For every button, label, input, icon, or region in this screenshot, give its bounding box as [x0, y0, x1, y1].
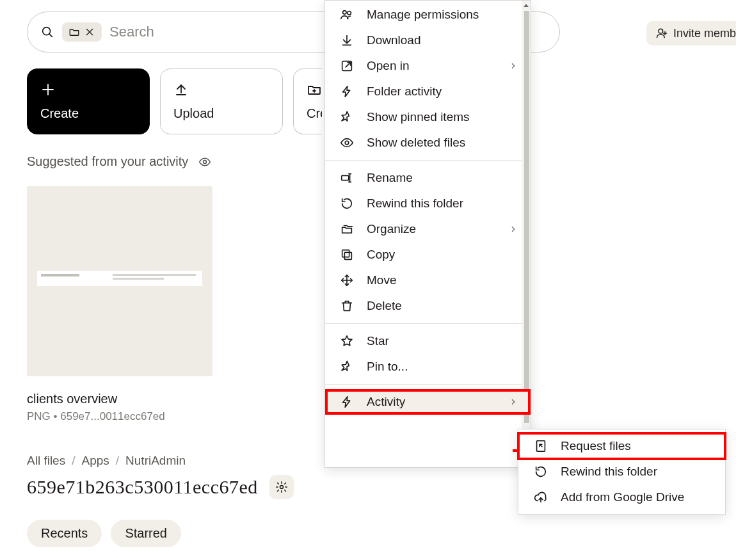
pin-icon — [340, 110, 354, 124]
file-thumbnail — [27, 186, 212, 376]
svg-point-4 — [659, 29, 663, 33]
open-external-icon — [340, 59, 354, 73]
create-label: Create — [40, 106, 149, 121]
star-icon — [340, 334, 354, 348]
eye-icon — [340, 136, 354, 150]
menu-rename[interactable]: Rename — [325, 165, 531, 191]
folder-settings-button[interactable] — [269, 475, 294, 499]
invite-members-button[interactable]: Invite members — [646, 21, 736, 45]
chevron-right-icon — [509, 225, 518, 234]
create-folder-button[interactable]: Create folder — [293, 68, 322, 134]
svg-point-13 — [280, 486, 283, 489]
file-meta: PNG • 659e7...0011ecc67ed — [27, 410, 220, 423]
breadcrumb-item[interactable]: NutriAdmin — [125, 454, 186, 468]
suggested-heading: Suggested from your activity — [27, 154, 212, 169]
svg-point-18 — [345, 141, 349, 145]
menu-rewind[interactable]: Rewind this folder — [325, 191, 531, 216]
file-title: clients overview — [27, 392, 220, 406]
move-icon — [340, 273, 354, 287]
menu-manage-permissions[interactable]: Manage permissions — [325, 2, 531, 28]
menu-move[interactable]: Move — [325, 268, 531, 293]
search-icon — [40, 25, 54, 39]
copy-icon — [340, 248, 354, 262]
gear-icon — [275, 481, 288, 493]
rename-icon — [340, 171, 354, 185]
upload-label: Upload — [173, 106, 282, 121]
submenu-request-files[interactable]: Request files — [518, 433, 725, 459]
folder-title-row: 659e71b263c530011ecc67ed — [27, 475, 294, 499]
svg-point-12 — [204, 160, 207, 163]
context-menu: Manage permissions Download Open in Fold… — [324, 0, 531, 468]
close-icon[interactable] — [84, 26, 95, 38]
activity-submenu: Request files Rewind this folder Add fro… — [518, 429, 726, 515]
menu-show-pinned[interactable]: Show pinned items — [325, 104, 531, 130]
submenu-add-gdrive[interactable]: Add from Google Drive — [518, 484, 725, 510]
create-folder-label: Create folder — [307, 106, 322, 121]
menu-show-deleted[interactable]: Show deleted files — [325, 130, 531, 156]
folder-title: 659e71b263c530011ecc67ed — [27, 476, 258, 498]
menu-pin-to[interactable]: Pin to... — [325, 354, 531, 380]
menu-copy[interactable]: Copy — [325, 242, 531, 268]
filter-pills: Recents Starred — [27, 520, 181, 547]
breadcrumb-item[interactable]: All files — [27, 454, 65, 468]
upload-button[interactable]: Upload — [160, 68, 283, 134]
cloud-upload-icon — [534, 490, 548, 504]
trash-icon — [340, 299, 354, 313]
create-button[interactable]: Create — [27, 68, 150, 134]
pill-starred[interactable]: Starred — [111, 520, 181, 547]
menu-star[interactable]: Star — [325, 328, 531, 354]
svg-point-15 — [348, 12, 351, 15]
download-icon — [340, 33, 354, 47]
invite-icon — [655, 27, 668, 40]
menu-activity[interactable]: Activity — [325, 389, 531, 415]
submenu-rewind[interactable]: Rewind this folder — [518, 459, 725, 484]
eye-icon[interactable] — [197, 156, 212, 168]
svg-line-1 — [49, 34, 52, 36]
svg-point-14 — [343, 11, 347, 14]
folder-plus-icon — [307, 82, 322, 97]
chevron-right-icon — [509, 61, 518, 70]
svg-rect-23 — [344, 252, 351, 259]
folder-icon — [68, 26, 80, 38]
rewind-icon — [534, 465, 548, 479]
svg-rect-19 — [342, 175, 349, 180]
request-files-icon — [534, 439, 548, 453]
upload-icon — [173, 82, 189, 97]
suggested-label: Suggested from your activity — [27, 154, 188, 169]
menu-delete[interactable]: Delete — [325, 293, 531, 319]
menu-open-in[interactable]: Open in — [325, 53, 531, 79]
search-placeholder: Search — [109, 24, 154, 40]
lightning-icon — [340, 395, 354, 409]
suggested-file-card[interactable]: clients overview PNG • 659e7...0011ecc67… — [27, 186, 220, 423]
invite-label: Invite members — [673, 27, 736, 40]
menu-organize[interactable]: Organize — [325, 216, 531, 242]
rewind-icon — [340, 196, 354, 211]
search-folder-chip[interactable] — [62, 22, 102, 42]
lightning-icon — [340, 84, 354, 99]
pin-icon — [340, 360, 354, 374]
menu-download[interactable]: Download — [325, 28, 531, 53]
plus-icon — [40, 82, 56, 97]
breadcrumb-item[interactable]: Apps — [81, 454, 109, 468]
breadcrumb: All files / Apps / NutriAdmin — [27, 454, 186, 468]
actions-row: Create Upload Create folder — [27, 68, 322, 134]
pill-recents[interactable]: Recents — [27, 520, 102, 547]
folders-icon — [340, 222, 354, 236]
svg-rect-24 — [342, 250, 349, 257]
people-icon — [340, 8, 354, 22]
menu-folder-activity[interactable]: Folder activity — [325, 79, 531, 104]
chevron-right-icon — [509, 397, 518, 406]
